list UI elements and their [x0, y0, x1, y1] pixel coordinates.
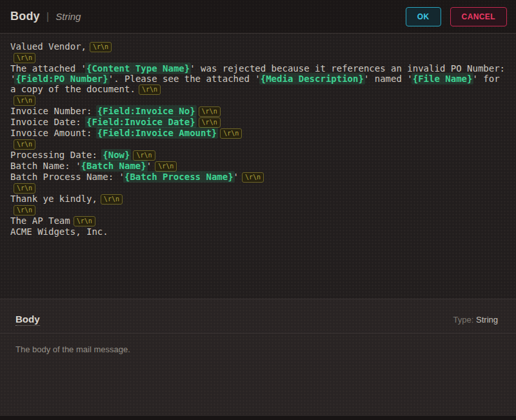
- crlf-badge: \r\n: [199, 106, 221, 117]
- property-info-header: Body Type: String: [0, 299, 516, 334]
- property-type: Type: String: [453, 315, 498, 325]
- text-segment: Thank ye kindly,: [10, 194, 97, 204]
- text-segment: ': [146, 161, 152, 171]
- cancel-button[interactable]: CANCEL: [450, 7, 507, 26]
- text-segment: ': [233, 172, 239, 182]
- crlf-badge: \r\n: [242, 172, 264, 183]
- merge-field-token: {Batch Name}: [80, 160, 148, 172]
- text-segment: Invoice Number:: [10, 106, 97, 116]
- merge-field-token: {Field:Invoice No}: [96, 105, 197, 117]
- editor-line: Processing Date: {Now}\r\n: [10, 150, 506, 161]
- editor-line: \r\n: [10, 205, 506, 215]
- crlf-badge: \r\n: [14, 53, 35, 63]
- editor-line: Batch Name: '{Batch Name}'\r\n: [10, 161, 506, 172]
- crlf-badge: \r\n: [133, 150, 155, 161]
- editor-line: \r\n: [10, 52, 506, 63]
- editor-line: Thank ye kindly,\r\n: [10, 194, 506, 205]
- merge-field-token: {Field:PO Number}: [14, 73, 109, 85]
- text-segment: ' named ': [364, 74, 413, 84]
- type-subtitle: String: [55, 11, 81, 22]
- merge-field-token: {Now}: [101, 149, 131, 161]
- editor-line: Invoice Date: {Field:Invoice Date}\r\n: [10, 117, 506, 128]
- crlf-badge: \r\n: [199, 117, 221, 128]
- crlf-badge: \r\n: [139, 85, 161, 95]
- crlf-badge: \r\n: [90, 42, 112, 52]
- text-segment: '. Please see the attached ': [108, 74, 261, 84]
- editor-line: \r\n: [10, 183, 506, 194]
- editor-line: \r\n: [10, 95, 506, 106]
- ok-button[interactable]: OK: [406, 7, 441, 26]
- crlf-badge: \r\n: [155, 161, 177, 172]
- text-segment: Processing Date:: [10, 150, 103, 160]
- merge-field-token: {File Name}: [412, 73, 474, 85]
- property-description: The body of the mail message.: [0, 334, 516, 365]
- template-text-editor[interactable]: Valued Vendor,\r\n\r\nThe attached '{Con…: [0, 34, 516, 299]
- text-segment: ACME Widgets, Inc.: [10, 226, 108, 237]
- merge-field-token: {Field:Invoice Date}: [85, 116, 197, 128]
- text-segment: Batch Name: ': [10, 161, 81, 171]
- text-segment: Valued Vendor,: [10, 41, 86, 52]
- crlf-badge: \r\n: [14, 183, 35, 194]
- editor-line: The attached '{Content Type Name}' was r…: [10, 63, 506, 95]
- text-segment: Batch Process Name: ': [10, 172, 124, 182]
- crlf-badge: \r\n: [74, 216, 95, 226]
- type-value: String: [476, 315, 498, 325]
- editor-line: Invoice Number: {Field:Invoice No}\r\n: [10, 106, 506, 117]
- page-title: Body: [10, 10, 40, 23]
- merge-field-token: {Batch Process Name}: [123, 171, 235, 183]
- text-segment: Invoice Amount:: [10, 128, 97, 138]
- text-segment: Invoice Date:: [10, 117, 86, 127]
- panel-bottom-edge: [0, 416, 516, 420]
- editor-line: ACME Widgets, Inc.: [10, 226, 506, 237]
- editor-line: Valued Vendor,\r\n: [10, 41, 506, 52]
- crlf-badge: \r\n: [220, 128, 242, 139]
- dialog-header: Body | String OK CANCEL: [0, 0, 516, 34]
- crlf-badge: \r\n: [101, 194, 123, 205]
- type-label: Type:: [453, 315, 474, 325]
- crlf-badge: \r\n: [14, 139, 35, 150]
- crlf-badge: \r\n: [14, 205, 35, 215]
- property-editor-dialog: Body | String OK CANCEL Valued Vendor,\r…: [0, 0, 516, 420]
- editor-line: Invoice Amount: {Field:Invoice Amount}\r…: [10, 128, 506, 139]
- property-info-panel: Body Type: String The body of the mail m…: [0, 299, 516, 420]
- editor-line: \r\n: [10, 139, 506, 150]
- crlf-badge: \r\n: [14, 95, 35, 106]
- merge-field-token: {Field:Invoice Amount}: [96, 127, 218, 139]
- title-group: Body | String: [10, 10, 81, 23]
- editor-line: Batch Process Name: '{Batch Process Name…: [10, 172, 506, 183]
- editor-line: The AP Team\r\n: [10, 215, 506, 226]
- property-name: Body: [15, 314, 40, 326]
- text-segment: The attached ': [10, 63, 86, 74]
- text-segment: The AP Team: [10, 215, 70, 226]
- dialog-actions: OK CANCEL: [406, 7, 507, 26]
- title-separator: |: [46, 10, 49, 23]
- merge-field-token: {Media Description}: [259, 73, 365, 85]
